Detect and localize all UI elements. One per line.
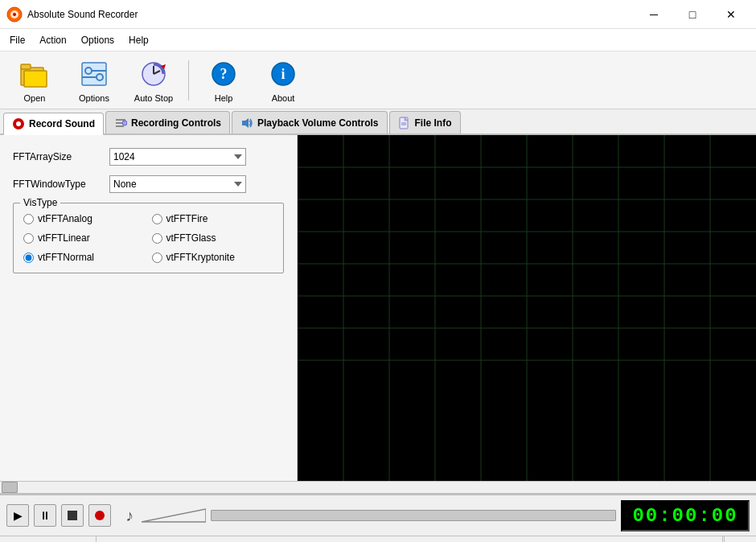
radio-vtFFTFire[interactable]: vtFFTFire bbox=[152, 213, 274, 224]
fft-window-row: FFTWindowType None Hanning Hamming Black… bbox=[13, 175, 284, 193]
status-segment-1 bbox=[0, 536, 97, 542]
radio-vtFFTLinear[interactable]: vtFFTLinear bbox=[23, 232, 146, 244]
play-button[interactable]: ▶ bbox=[6, 504, 29, 527]
svg-rect-5 bbox=[24, 71, 47, 87]
svg-point-2 bbox=[13, 13, 16, 16]
fft-array-select[interactable]: 256 512 1024 2048 4096 bbox=[109, 148, 246, 166]
vis-type-grid: vtFFTAnalog vtFFTFire vtFFTLinear vtFFTG… bbox=[23, 213, 273, 263]
auto-stop-label: Auto Stop bbox=[134, 93, 173, 103]
radio-vtFFTKryptonite[interactable]: vtFFTKryptonite bbox=[152, 252, 274, 263]
volume-triangle-icon bbox=[142, 507, 206, 524]
pause-button[interactable]: ⏸ bbox=[34, 504, 56, 527]
tab-record-sound-label: Record Sound bbox=[29, 118, 95, 129]
svg-text:?: ? bbox=[220, 66, 228, 82]
minimize-button[interactable]: ─ bbox=[635, 3, 672, 26]
spectrum-grid-svg bbox=[298, 135, 756, 481]
tab-record-sound[interactable]: Record Sound bbox=[3, 113, 104, 135]
spectrum-display bbox=[298, 135, 756, 481]
svg-rect-4 bbox=[21, 64, 31, 69]
help-icon: ? bbox=[207, 58, 240, 90]
tab-recording-controls[interactable]: Recording Controls bbox=[105, 111, 230, 133]
options-icon bbox=[78, 58, 110, 90]
tabs-bar: Record Sound Recording Controls Playback… bbox=[0, 109, 756, 135]
main-content: FFTArraySize 256 512 1024 2048 4096 FFTW… bbox=[0, 135, 756, 481]
recording-controls-tab-icon bbox=[114, 117, 127, 129]
playback-volume-tab-icon bbox=[240, 117, 253, 129]
pause-icon: ⏸ bbox=[39, 509, 51, 522]
vis-type-legend: VisType bbox=[20, 197, 60, 208]
record-icon bbox=[95, 511, 105, 520]
record-button[interactable] bbox=[88, 504, 111, 527]
open-label: Open bbox=[24, 93, 46, 103]
about-button[interactable]: i About bbox=[255, 55, 311, 106]
menu-bar: File Action Options Help bbox=[0, 29, 756, 51]
fft-window-select[interactable]: None Hanning Hamming Blackman bbox=[109, 175, 246, 193]
auto-stop-icon bbox=[138, 58, 170, 90]
open-icon bbox=[18, 58, 51, 90]
left-panel: FFTArraySize 256 512 1024 2048 4096 FFTW… bbox=[0, 135, 298, 481]
fft-array-label: FFTArraySize bbox=[13, 151, 101, 162]
menu-action[interactable]: Action bbox=[33, 32, 72, 48]
status-segment-2 bbox=[97, 536, 723, 542]
svg-point-20 bbox=[16, 121, 21, 126]
tab-file-info-label: File Info bbox=[415, 117, 452, 129]
file-info-tab-icon bbox=[398, 117, 411, 129]
playback-progress[interactable] bbox=[211, 510, 616, 521]
stop-button[interactable] bbox=[61, 504, 84, 527]
svg-rect-6 bbox=[82, 63, 106, 85]
menu-help[interactable]: Help bbox=[122, 32, 155, 48]
scroll-bar-area bbox=[0, 481, 756, 494]
toolbar-divider bbox=[188, 60, 189, 101]
vis-type-group: VisType vtFFTAnalog vtFFTFire vtFFTLinea… bbox=[13, 203, 284, 273]
options-label: Options bbox=[79, 93, 109, 103]
transport-bar: ▶ ⏸ ♪ 00:00:00 bbox=[0, 494, 756, 536]
maximize-button[interactable]: □ bbox=[674, 3, 711, 26]
about-label: About bbox=[272, 93, 295, 103]
svg-point-21 bbox=[122, 121, 127, 125]
fft-array-row: FFTArraySize 256 512 1024 2048 4096 bbox=[13, 148, 284, 166]
menu-file[interactable]: File bbox=[3, 32, 31, 48]
tab-playback-volume-label: Playback Volume Controls bbox=[257, 117, 379, 129]
play-icon: ▶ bbox=[14, 509, 23, 522]
title-left: Absolute Sound Recorder bbox=[6, 6, 138, 23]
close-button[interactable]: ✕ bbox=[713, 3, 750, 26]
title-bar: Absolute Sound Recorder ─ □ ✕ bbox=[0, 0, 756, 29]
title-controls: ─ □ ✕ bbox=[635, 3, 750, 26]
app-icon bbox=[6, 6, 23, 23]
note-icon: ♪ bbox=[125, 507, 134, 525]
options-button[interactable]: Options bbox=[66, 55, 122, 106]
toolbar: Open Options Auto Stop bbox=[0, 51, 756, 109]
auto-stop-button[interactable]: Auto Stop bbox=[125, 55, 182, 106]
help-label: Help bbox=[215, 93, 233, 103]
tab-file-info[interactable]: File Info bbox=[389, 111, 461, 133]
resize-handle[interactable]: // bbox=[724, 536, 756, 542]
fft-window-label: FFTWindowType bbox=[13, 179, 101, 190]
tab-recording-controls-label: Recording Controls bbox=[131, 117, 221, 129]
menu-options[interactable]: Options bbox=[75, 32, 121, 48]
help-button[interactable]: ? Help bbox=[195, 55, 252, 106]
radio-vtFFTNormal[interactable]: vtFFTNormal bbox=[23, 252, 146, 263]
svg-marker-22 bbox=[242, 118, 249, 128]
radio-vtFFTGlass[interactable]: vtFFTGlass bbox=[152, 232, 274, 244]
tab-playback-volume[interactable]: Playback Volume Controls bbox=[232, 111, 388, 133]
stop-icon bbox=[68, 511, 77, 520]
svg-text:i: i bbox=[281, 66, 285, 82]
scroll-thumb[interactable] bbox=[2, 482, 18, 493]
open-button[interactable]: Open bbox=[6, 55, 63, 106]
app-title: Absolute Sound Recorder bbox=[27, 9, 138, 20]
status-bar: // bbox=[0, 536, 756, 542]
digital-clock: 00:00:00 bbox=[621, 500, 750, 532]
svg-marker-43 bbox=[142, 509, 206, 522]
about-icon: i bbox=[267, 58, 299, 90]
record-sound-tab-icon bbox=[12, 117, 25, 130]
radio-vtFFTAnalog[interactable]: vtFFTAnalog bbox=[23, 213, 146, 224]
